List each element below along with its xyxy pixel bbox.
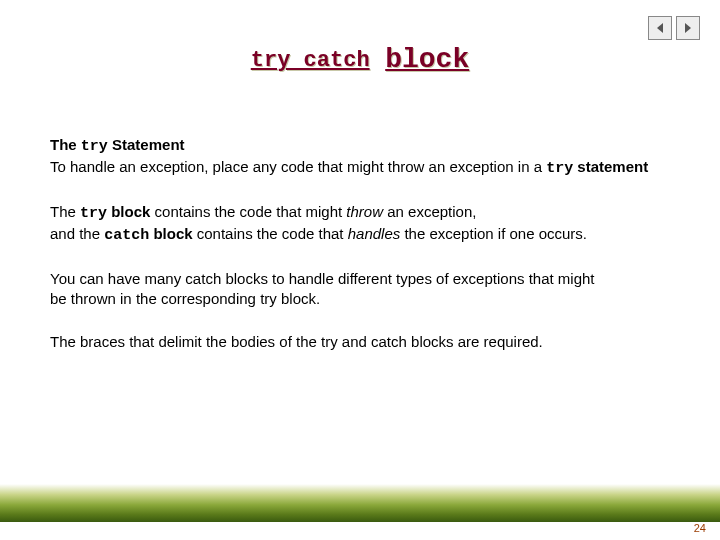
title-block: block — [385, 44, 469, 75]
para-1: The try Statement To handle an exception… — [50, 135, 670, 178]
next-arrow-icon — [681, 21, 695, 35]
para-4: The braces that delimit the bodies of th… — [50, 332, 670, 352]
title-trycatch: try catch — [251, 48, 370, 73]
page-number: 24 — [694, 522, 706, 534]
slide-body: The try Statement To handle an exception… — [50, 135, 670, 376]
prev-arrow-icon — [653, 21, 667, 35]
para-2: The try block contains the code that mig… — [50, 202, 670, 245]
slide: try catch block The try Statement To han… — [0, 0, 720, 540]
svg-marker-1 — [685, 23, 691, 33]
footer-gradient — [0, 484, 720, 522]
para-3: You can have many catch blocks to handle… — [50, 269, 670, 308]
svg-marker-0 — [657, 23, 663, 33]
nav-arrows — [648, 16, 700, 40]
next-button[interactable] — [676, 16, 700, 40]
slide-title: try catch block — [0, 44, 720, 75]
prev-button[interactable] — [648, 16, 672, 40]
